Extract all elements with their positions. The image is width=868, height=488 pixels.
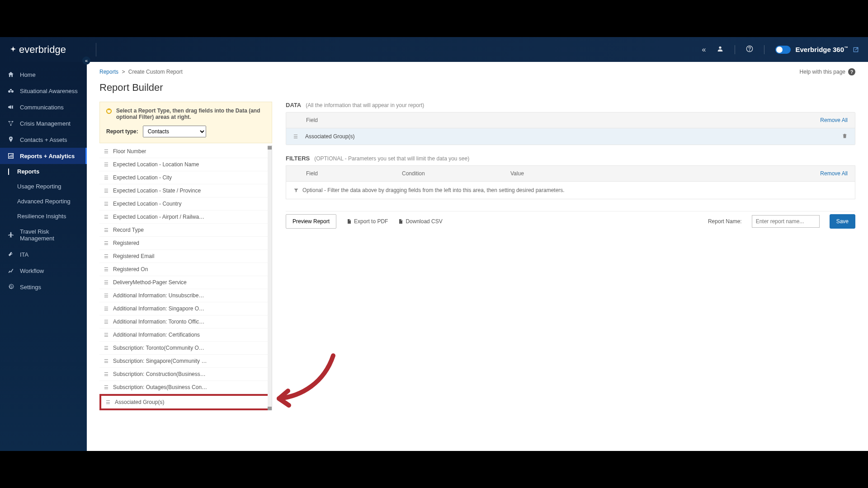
field-item[interactable]: ☰Registered [99, 237, 272, 250]
svg-rect-13 [12, 155, 12, 158]
sidebar-item-home[interactable]: Home [0, 66, 87, 83]
download-csv-link[interactable]: Download CSV [398, 218, 442, 225]
drag-handle-icon: ☰ [104, 372, 108, 377]
sidebar-item-reports[interactable]: Reports + Analytics [0, 148, 87, 164]
field-item[interactable]: ☰Registered Email [99, 250, 272, 263]
brand-toggle[interactable] [775, 46, 791, 54]
field-item[interactable]: ☰Additional Information: Toronto Offic… [99, 315, 272, 328]
svg-rect-6 [10, 89, 12, 90]
filters-section-title: FILTERS [286, 155, 310, 162]
field-item[interactable]: ☰Expected Location - Location Name [99, 158, 272, 171]
field-item-label: Subscription: Construction(Business… [113, 371, 206, 377]
sidebar-item-situational[interactable]: Situational Awareness [0, 83, 87, 99]
svg-point-2 [750, 50, 750, 51]
field-item[interactable]: ☰DeliveryMethod-Pager Service [99, 276, 272, 289]
drag-handle-icon: ☰ [104, 346, 108, 351]
field-item[interactable]: ☰Associated Group(s) [99, 394, 272, 410]
save-button[interactable]: Save [830, 214, 855, 229]
csv-icon [398, 219, 403, 224]
drag-handle-icon: ☰ [104, 385, 108, 390]
sidebar-collapse-chevron[interactable]: « [82, 56, 90, 65]
drag-handle-icon: ☰ [104, 215, 108, 220]
drag-handle-icon: ☰ [104, 162, 108, 167]
data-table: Field Remove All ☰ Associated Group(s) [286, 112, 855, 145]
data-row[interactable]: ☰ Associated Group(s) [286, 128, 855, 145]
fields-panel: Select a Report Type, then drag fields i… [99, 102, 272, 410]
field-item-label: Subscription: Singapore(Community … [113, 358, 207, 364]
field-item[interactable]: ☰Expected Location - Airport / Railwa… [99, 211, 272, 224]
sidebar-item-settings[interactable]: Settings [0, 279, 87, 295]
instruction-box: Select a Report Type, then drag fields i… [99, 102, 272, 143]
sidebar-sub-reports[interactable]: Reports [0, 164, 87, 179]
sidebar-item-contacts[interactable]: Contacts + Assets [0, 131, 87, 148]
sidebar-item-label: Home [20, 71, 36, 78]
field-item-label: DeliveryMethod-Pager Service [113, 279, 187, 286]
sidebar-item-travel[interactable]: Travel Risk Management [0, 224, 87, 246]
plane-icon [7, 231, 14, 239]
network-icon [7, 120, 14, 127]
help-icon[interactable] [746, 45, 753, 54]
sidebar-sub-advanced[interactable]: Advanced Reporting [0, 194, 87, 209]
sidebar-sub-resilience[interactable]: Resilience Insights [0, 209, 87, 224]
external-icon [853, 47, 859, 53]
gear-icon [7, 283, 14, 291]
sidebar-item-workflow[interactable]: Workflow [0, 263, 87, 279]
report-type-select[interactable]: Contacts [143, 126, 206, 137]
data-remove-all[interactable]: Remove All [820, 117, 848, 123]
delete-row-icon[interactable] [842, 133, 848, 140]
fields-scrollbar[interactable] [268, 145, 272, 410]
field-item[interactable]: ☰Record Type [99, 224, 272, 237]
filters-drop-zone[interactable]: Optional - Filter the data above by drag… [286, 181, 855, 199]
collapse-sidebar-icon[interactable]: « [702, 46, 706, 54]
field-item[interactable]: ☰Additional Information: Singapore O… [99, 302, 272, 315]
field-item-label: Expected Location - Country [113, 201, 181, 207]
drag-handle-icon: ☰ [104, 306, 108, 311]
drag-handle-icon: ☰ [104, 293, 108, 298]
sidebar-item-label: Crisis Management [20, 120, 71, 127]
field-item[interactable]: ☰Floor Number [99, 145, 272, 158]
drag-handle-icon: ☰ [104, 319, 108, 324]
drag-handle-icon: ☰ [106, 400, 110, 405]
report-type-label: Report type: [106, 128, 138, 135]
breadcrumb-current: Create Custom Report [128, 69, 183, 75]
field-item[interactable]: ☰Additional Information: Certifications [99, 328, 272, 342]
drag-handle-icon: ☰ [104, 188, 108, 193]
help-with-page[interactable]: Help with this page ? [800, 68, 855, 75]
drag-handle-icon: ☰ [104, 175, 108, 180]
field-item[interactable]: ☰Registered On [99, 263, 272, 276]
field-item-label: Subscription: Toronto(Community O… [113, 345, 204, 351]
data-row-label: Associated Group(s) [305, 133, 842, 140]
field-item[interactable]: ☰Subscription: Outages(Business Con… [99, 381, 272, 394]
drag-handle-icon[interactable]: ☰ [293, 134, 298, 139]
drag-handle-icon: ☰ [104, 280, 108, 285]
export-pdf-link[interactable]: Export to PDF [346, 218, 388, 225]
sidebar-item-crisis[interactable]: Crisis Management [0, 115, 87, 131]
breadcrumb: Reports > Create Custom Report Help with… [99, 68, 855, 75]
field-item[interactable]: ☰Expected Location - State / Province [99, 184, 272, 197]
field-item-label: Registered On [113, 266, 148, 272]
field-item[interactable]: ☰Expected Location - City [99, 171, 272, 184]
field-item[interactable]: ☰Subscription: Construction(Business… [99, 368, 272, 381]
user-icon[interactable] [717, 45, 724, 54]
info-bullet-icon [106, 108, 112, 114]
breadcrumb-root[interactable]: Reports [99, 69, 118, 75]
filters-remove-all[interactable]: Remove All [820, 170, 848, 177]
sidebar-sub-usage[interactable]: Usage Reporting [0, 179, 87, 194]
sidebar-item-communications[interactable]: Communications [0, 99, 87, 115]
svg-point-0 [719, 46, 722, 48]
sidebar-item-ita[interactable]: ITA [0, 246, 87, 263]
field-item[interactable]: ☰Expected Location - Country [99, 197, 272, 211]
sidebar-item-label: ITA [20, 251, 28, 258]
field-item-label: Expected Location - State / Province [113, 188, 201, 194]
report-icon [7, 152, 14, 160]
sidebar-item-label: Settings [20, 284, 41, 291]
sidebar-item-label: Situational Awareness [20, 88, 78, 94]
preview-report-button[interactable]: Preview Report [286, 214, 336, 229]
pdf-icon [346, 219, 352, 224]
binoculars-icon [7, 87, 14, 94]
report-name-input[interactable] [752, 215, 820, 228]
field-item[interactable]: ☰Additional Information: Unsubscribe… [99, 289, 272, 302]
drag-handle-icon: ☰ [104, 202, 108, 206]
field-item[interactable]: ☰Subscription: Toronto(Community O… [99, 342, 272, 355]
field-item[interactable]: ☰Subscription: Singapore(Community … [99, 355, 272, 368]
